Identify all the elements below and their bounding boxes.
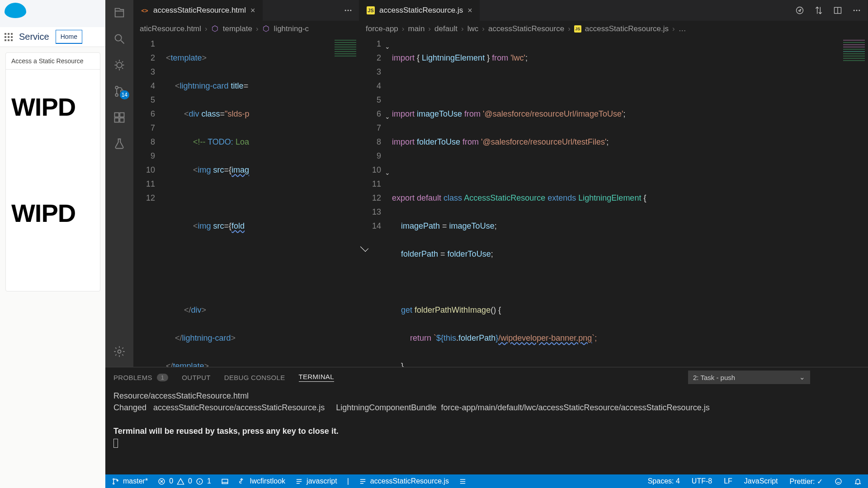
status-prettier[interactable]: Prettier: ✓ [790,477,823,486]
code-body-html[interactable]: <template> <lightning-card title= <div c… [166,37,332,367]
status-spaces[interactable]: Spaces: 4 [648,477,680,485]
wip-banner-1: WIPD [6,70,100,122]
extensions-icon[interactable] [113,111,126,124]
panel-tab-terminal[interactable]: TERMINAL [299,373,334,382]
svg-point-11 [348,10,349,11]
more-icon[interactable] [852,6,861,15]
svg-rect-24 [222,479,228,483]
svg-point-17 [859,10,860,11]
svg-point-0 [115,35,122,41]
terminal-select[interactable]: 2: Task - push⌄ [688,371,810,384]
feedback-icon[interactable] [835,478,842,485]
lightning-card-title: Access a Static Resource [6,53,100,70]
svg-point-28 [835,479,841,484]
terminal-cursor [113,439,118,448]
status-diagnostics[interactable]: 0 0 1 [158,477,211,485]
status-branch[interactable]: master* [112,477,148,485]
svg-point-1 [117,62,122,68]
panel-tab-problems[interactable]: PROBLEMS1 [113,374,168,381]
bell-icon[interactable] [854,478,862,485]
tab-js[interactable]: JS accessStaticResource.js × [359,0,480,21]
tab-js-label: accessStaticResource.js [379,6,463,15]
svg-rect-5 [115,113,119,117]
search-icon[interactable] [113,33,126,45]
status-encoding[interactable]: UTF-8 [692,477,712,485]
close-icon[interactable]: × [250,6,255,15]
minimap[interactable] [333,38,358,74]
js-file-icon: JS [367,6,375,14]
beaker-icon[interactable] [113,137,126,150]
panel-tab-debug[interactable]: DEBUG CONSOLE [224,374,285,381]
svg-rect-8 [120,118,124,122]
salesforce-logo-icon [5,3,26,18]
js-file-icon: JS [574,25,581,33]
status-layout-icon[interactable] [221,478,229,485]
svg-point-12 [350,10,351,11]
wip-banner-2: WIPD [6,176,100,228]
breadcrumb-right[interactable]: force-app› main› default› lwc› accessSta… [359,21,868,37]
svg-point-19 [113,479,114,480]
scm-badge: 14 [120,90,129,99]
fold-icon[interactable]: ⌄ [385,110,390,124]
compass-icon[interactable] [795,6,804,15]
svg-point-2 [115,86,118,89]
status-menu-icon[interactable] [459,478,467,485]
svg-rect-7 [115,118,119,122]
svg-rect-27 [460,483,465,483]
debug-icon[interactable] [113,59,126,71]
status-org[interactable]: lwcfirstlook [239,477,285,485]
status-file[interactable]: accessStaticResource.js [359,477,449,485]
compare-icon[interactable] [814,6,823,15]
app-launcher-icon[interactable] [5,33,13,41]
split-editor-icon[interactable] [833,6,842,15]
svg-point-3 [115,94,118,96]
salesforce-app-name: Service [19,32,49,42]
svg-point-16 [856,10,858,11]
activity-bar: 14 [105,0,133,367]
status-mode[interactable]: JavaScript [744,477,778,485]
svg-point-20 [113,483,114,484]
svg-point-13 [797,7,803,14]
breadcrumb-left[interactable]: aticResource.html› ⬡ template› ⬡ lightni… [133,21,359,37]
gutter-left: 123456789101112 [133,37,166,367]
svg-point-10 [345,10,346,11]
status-eol[interactable]: LF [724,477,732,485]
salesforce-tab-home[interactable]: Home [56,30,82,44]
close-icon[interactable]: × [467,6,472,15]
chevron-down-icon: ⌄ [799,373,805,381]
svg-point-15 [854,10,855,11]
status-lang[interactable]: javascript [295,477,337,485]
fold-icon[interactable]: ⌄ [385,40,390,54]
fold-icon[interactable]: ⌄ [385,166,390,180]
symbol-icon: ⬡ [211,25,219,33]
more-icon[interactable] [344,6,353,15]
source-control-icon[interactable]: 14 [113,85,126,98]
code-body-js[interactable]: import { LightningElement } from 'lwc'; … [392,37,840,367]
settings-gear-icon[interactable] [113,345,126,358]
terminal-output[interactable]: Resource/accessStaticResource.html Chang… [105,387,868,474]
svg-rect-6 [120,113,124,117]
symbol-icon: ⬡ [262,25,270,33]
salesforce-background: Service Home Access a Static Resource WI… [0,0,105,488]
svg-rect-25 [460,479,465,479]
gutter-right: 1234567891011121314 ⌄ ⌄ ⌄ [359,37,392,367]
minimap[interactable] [841,38,867,74]
explorer-icon[interactable] [113,6,126,19]
tab-html[interactable]: <> accessStaticResource.html × [133,0,263,21]
status-bar: master* 0 0 1 lwcfirstlook javascript | … [105,474,868,488]
html-file-icon: <> [141,6,149,14]
svg-point-9 [118,350,121,353]
svg-rect-26 [460,481,465,481]
panel-tab-output[interactable]: OUTPUT [182,374,210,381]
tab-html-label: accessStaticResource.html [153,6,246,15]
